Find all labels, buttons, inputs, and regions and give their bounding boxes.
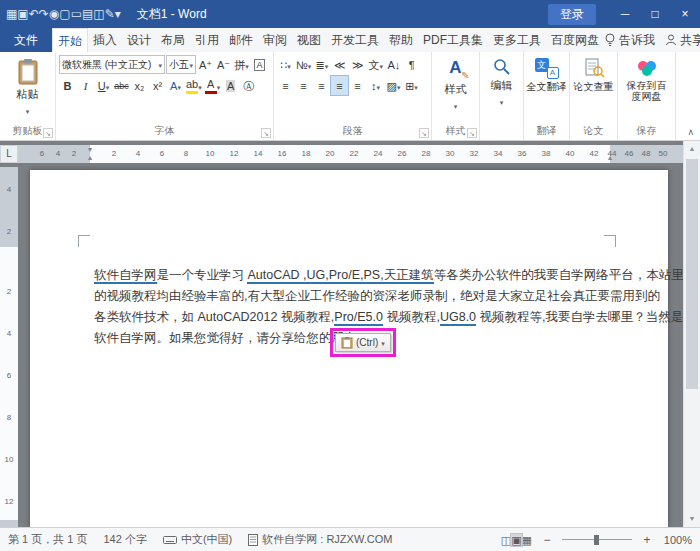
quick-print-icon[interactable]: ▤ [82,7,93,21]
tab-home[interactable]: 开始 [52,28,88,52]
tab-layout[interactable]: 布局 [156,28,190,52]
tab-references[interactable]: 引用 [190,28,224,52]
align-left-button[interactable]: ≡ [277,76,294,95]
paper-check-button[interactable]: 论文查重 [572,53,615,125]
scrollbar-thumb[interactable] [686,159,698,389]
left-indent-marker[interactable]: ▴ [88,154,92,162]
read-mode-button[interactable]: ◫ [501,534,511,546]
page-indicator[interactable]: 第 1 页，共 1 页 [8,532,87,547]
tab-review[interactable]: 审阅 [258,28,292,52]
vertical-scrollbar[interactable]: ▲ ▼ [683,141,700,527]
zoom-out-button[interactable]: − [540,533,554,547]
touch-mode-icon[interactable]: ◉ [49,7,59,21]
increase-indent-button[interactable]: ≫ [349,55,366,74]
font-color-button[interactable]: A [204,76,222,95]
line-spacing-button[interactable]: ↕ [367,76,384,95]
tab-design[interactable]: 设计 [122,28,156,52]
highlight-button[interactable]: ab [185,76,203,95]
tab-mailings[interactable]: 邮件 [224,28,258,52]
align-center-button[interactable]: ≡ [295,76,312,95]
tab-pdf-tools[interactable]: PDF工具集 [418,28,488,52]
tab-insert[interactable]: 插入 [88,28,122,52]
ruler-number: 4 [0,185,18,194]
strikethrough-button[interactable]: abc [113,76,130,95]
share-button[interactable]: 共享 [665,32,700,49]
numbering-button[interactable]: № [295,55,312,74]
word-count[interactable]: 142 个字 [103,532,146,547]
text-line: 软件自学网是一个专业学习 AutoCAD ,UG,Pro/E,PS,天正建筑等各… [94,265,610,286]
zoom-slider-thumb[interactable] [594,535,599,545]
paste-button[interactable]: 粘贴 [2,53,53,125]
phonetic-guide-button[interactable]: 拼 [233,55,250,74]
customize-qat-icon[interactable]: ▾ [115,7,121,21]
close-button[interactable]: × [670,0,700,28]
tab-more-tools[interactable]: 更多工具 [488,28,546,52]
open-icon[interactable]: ▭ [71,7,82,21]
document-page[interactable]: 软件自学网是一个专业学习 AutoCAD ,UG,Pro/E,PS,天正建筑等各… [30,170,668,527]
editing-button[interactable]: 编辑 [482,53,521,125]
font-dialog-launcher[interactable]: ↘ [261,128,271,138]
underline-button[interactable]: U [95,76,112,95]
tell-me-button[interactable]: 告诉我 [604,32,655,49]
enclose-character-button[interactable]: Ⓐ [240,76,257,95]
character-border-button[interactable]: A [251,55,268,74]
decrease-indent-button[interactable]: ≪ [331,55,348,74]
show-marks-button[interactable]: ¶ [403,55,420,74]
minimize-button[interactable]: ─ [610,0,640,28]
shading-button[interactable]: ▨ [385,76,402,95]
zoom-level[interactable]: 100% [662,534,692,546]
language-indicator[interactable]: 中文(中国) [163,532,232,547]
char-shading-button[interactable]: A [222,76,239,95]
font-size-select[interactable]: 小五 [166,55,196,74]
justify-button[interactable]: ≡ [331,76,348,95]
clipboard-dialog-launcher[interactable]: ↘ [43,128,53,138]
borders-button[interactable]: ⊞ [403,76,420,95]
baidu-save-button[interactable]: 保存到百度网盘 [620,53,673,125]
paper-check-icon [583,58,605,79]
app-menu-icon[interactable]: ▦ [6,7,17,21]
tab-file[interactable]: 文件 [0,28,52,52]
translate-icon: 文A [535,58,559,79]
print-layout-button[interactable]: ▣ [511,534,521,546]
redo-icon[interactable]: ↷ [39,7,49,21]
collapse-ribbon-button[interactable]: ∧ [687,127,694,137]
scroll-up-arrow[interactable]: ▲ [684,141,700,157]
distribute-button[interactable]: ≡ [349,76,366,95]
paste-options-button[interactable]: (Ctrl) [335,333,391,352]
zoom-slider[interactable] [562,533,632,547]
text-effects-button[interactable]: A [167,76,184,95]
shrink-font-button[interactable]: A⁻ [215,55,232,74]
bold-button[interactable]: B [59,76,76,95]
login-button[interactable]: 登录 [548,4,596,25]
paste-dropdown-arrow[interactable] [26,103,30,117]
scroll-down-arrow[interactable]: ▼ [684,511,700,527]
paragraph-dialog-launcher[interactable]: ↘ [419,128,429,138]
bullets-button[interactable]: ∷ [277,55,294,74]
tab-view[interactable]: 视图 [292,28,326,52]
zoom-in-button[interactable]: + [640,533,654,547]
grow-font-button[interactable]: A⁺ [197,55,214,74]
draw-icon[interactable]: ✎ [105,7,115,21]
web-layout-button[interactable]: ▦ [522,534,532,546]
new-document-icon[interactable]: ▢ [59,7,70,21]
print-preview-icon[interactable]: ◫ [93,7,104,21]
italic-button[interactable]: I [77,76,94,95]
styles-button[interactable]: A✎ 样式 [434,53,477,125]
tab-help[interactable]: 帮助 [384,28,418,52]
save-icon[interactable]: ▣ [17,7,28,21]
chevron-down-icon [380,58,384,72]
tab-baidu-pan[interactable]: 百度网盘 [546,28,604,52]
full-text-translate-button[interactable]: 文A 全文翻译 [526,53,567,125]
font-name-select[interactable]: 微软雅黑 (中文正文) [59,55,165,74]
maximize-button[interactable]: □ [640,0,670,28]
tab-stop-selector[interactable]: L [0,145,18,163]
sort-button[interactable]: A↓ [385,55,402,74]
align-right-button[interactable]: ≡ [313,76,330,95]
undo-icon[interactable]: ↶ [29,7,39,21]
superscript-button[interactable]: x² [149,76,166,95]
tab-developer[interactable]: 开发工具 [326,28,384,52]
asian-layout-button[interactable]: 文 [367,55,384,74]
subscript-button[interactable]: x₂ [131,76,148,95]
styles-dialog-launcher[interactable]: ↘ [467,128,477,138]
multilevel-list-button[interactable]: ≣ [313,55,330,74]
